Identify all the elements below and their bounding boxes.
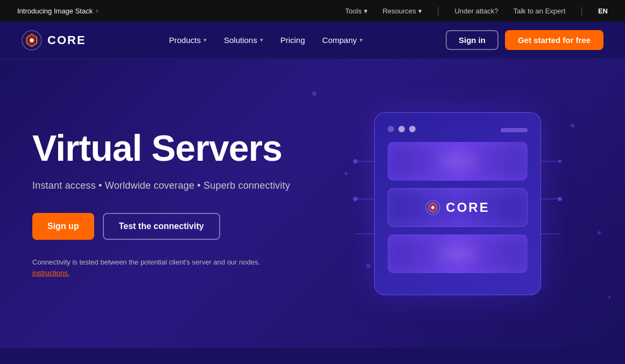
- server-glow-1: [436, 153, 479, 169]
- topbar: Introducing Image Stack › Tools ▾ Resour…: [0, 0, 625, 22]
- hero-buttons: Sign up Test the connectivity: [32, 213, 345, 240]
- announcement-arrow: ›: [96, 7, 98, 15]
- card-header: [388, 126, 528, 134]
- svg-point-11: [558, 197, 562, 201]
- logo-text: CORE: [47, 33, 86, 47]
- under-attack-link[interactable]: Under attack?: [454, 7, 498, 15]
- svg-point-14: [432, 206, 434, 209]
- server-row-3: [388, 234, 528, 273]
- hero-content: Virtual Servers Instant access • Worldwi…: [32, 91, 345, 316]
- talk-to-expert-link[interactable]: Talk to an Expert: [513, 7, 565, 15]
- test-connectivity-button[interactable]: Test the connectivity: [103, 213, 220, 240]
- hero-note: Connectivity is tested between the poten…: [32, 257, 301, 278]
- announcement-link[interactable]: Introducing Image Stack: [17, 7, 93, 15]
- logo[interactable]: CORE: [22, 30, 86, 51]
- deco-dot: [598, 231, 601, 234]
- hero-section: Virtual Servers Instant access • Worldwi…: [0, 59, 625, 348]
- language-selector[interactable]: EN: [598, 7, 608, 15]
- nav-products[interactable]: Products ▾: [161, 31, 214, 49]
- signup-button[interactable]: Sign up: [32, 213, 94, 240]
- nav-pricing[interactable]: Pricing: [273, 31, 313, 49]
- getstarted-button[interactable]: Get started for free: [505, 30, 603, 50]
- divider: |: [437, 5, 440, 17]
- svg-point-9: [353, 159, 357, 163]
- server-row-2-content: CORE: [425, 200, 489, 215]
- core-brand-text: CORE: [446, 200, 489, 215]
- server-row-2: CORE: [388, 188, 528, 227]
- svg-point-12: [558, 160, 561, 163]
- nav-actions: Sign in Get started for free: [446, 30, 603, 50]
- card-action-bar: [501, 128, 528, 132]
- svg-point-10: [353, 197, 357, 201]
- chevron-down-icon: ▾: [360, 37, 363, 44]
- card-dot-2: [398, 126, 405, 132]
- card-dot-3: [409, 126, 416, 132]
- divider: |: [580, 5, 583, 17]
- nav-company[interactable]: Company ▾: [315, 31, 370, 49]
- instructions-link[interactable]: instructions.: [32, 269, 69, 277]
- server-glow-3: [436, 246, 479, 262]
- core-logo-small: [425, 200, 440, 215]
- hero-illustration: CORE: [345, 91, 571, 316]
- hero-title: Virtual Servers: [32, 129, 345, 167]
- card-dots: [388, 126, 416, 132]
- topbar-announcement[interactable]: Introducing Image Stack ›: [17, 7, 98, 15]
- nav-links: Products ▾ Solutions ▾ Pricing Company ▾: [161, 31, 370, 49]
- server-card: CORE: [374, 112, 541, 295]
- navbar: CORE Products ▾ Solutions ▾ Pricing Comp…: [0, 22, 625, 59]
- tools-menu[interactable]: Tools ▾: [345, 7, 367, 15]
- hero-subtitle: Instant access • Worldwide coverage • Su…: [32, 180, 345, 191]
- chevron-down-icon: ▾: [260, 37, 263, 44]
- chevron-down-icon: ▾: [418, 7, 422, 15]
- resources-menu[interactable]: Resources ▾: [383, 7, 422, 15]
- svg-point-2: [30, 39, 33, 42]
- card-dot-1: [388, 126, 394, 132]
- nav-solutions[interactable]: Solutions ▾: [216, 31, 271, 49]
- chevron-down-icon: ▾: [203, 37, 207, 44]
- server-row-1: [388, 142, 528, 181]
- signin-button[interactable]: Sign in: [446, 30, 498, 50]
- topbar-right: Tools ▾ Resources ▾ | Under attack? Talk…: [345, 5, 608, 17]
- deco-dot: [608, 296, 611, 298]
- deco-dot: [571, 124, 574, 127]
- chevron-down-icon: ▾: [364, 7, 368, 15]
- logo-icon: [22, 30, 42, 51]
